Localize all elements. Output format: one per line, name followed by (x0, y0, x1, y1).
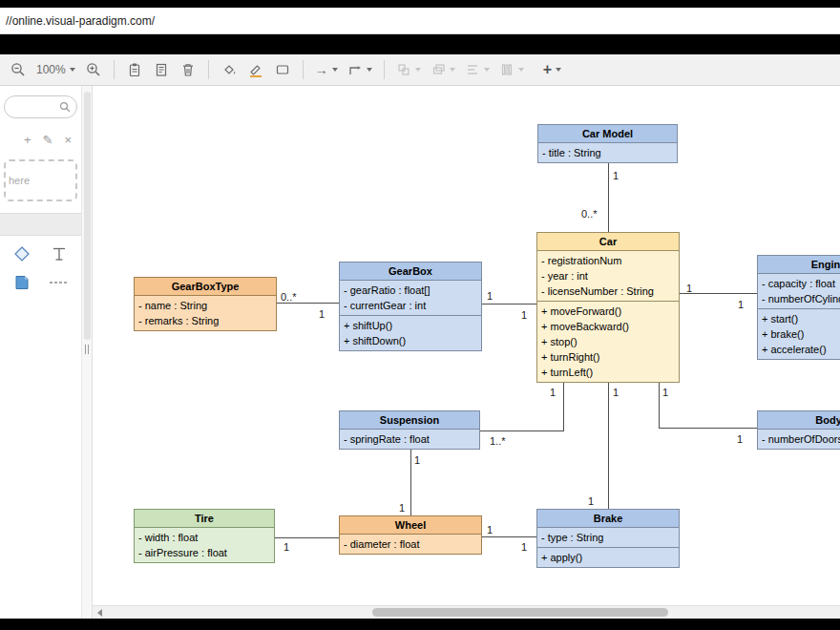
multiplicity-label: 1 (521, 309, 527, 321)
diagram-canvas[interactable]: Car Model- title : StringCar- registrati… (93, 86, 840, 619)
multiplicity-label: 1 (613, 170, 619, 181)
methods-section: + start()+ brake()+ accelerate() (758, 308, 840, 359)
toolbar-separator (208, 60, 209, 79)
align-dropdown[interactable] (461, 57, 494, 82)
class-suspension[interactable]: Suspension- springRate : float (339, 410, 480, 450)
lifeline-icon (51, 245, 68, 262)
scroll-left-arrow[interactable] (93, 606, 106, 619)
multiplicity-label: 1 (487, 524, 493, 536)
attributes-section: - type : String (537, 528, 679, 547)
dropzone-label: here (9, 175, 30, 186)
arrow-style-dropdown[interactable]: → (311, 57, 342, 82)
plus-icon: + (543, 62, 552, 77)
horizontal-scrollbar[interactable] (93, 605, 840, 619)
attributes-section: - gearRatio : float[]- currentGear : int (340, 281, 481, 315)
attributes-section: - springRate : float (340, 430, 479, 449)
method: + turnRight() (537, 349, 679, 365)
class-gearbox[interactable]: GearBox- gearRatio : float[]- currentGea… (339, 262, 482, 351)
left-triangle-icon (97, 609, 102, 617)
diamond-shape-button[interactable] (13, 245, 31, 266)
delete-button[interactable] (176, 57, 200, 82)
attribute: - year : int (537, 268, 679, 284)
distribute-icon (499, 62, 514, 77)
class-name: Tire (135, 510, 274, 528)
add-shape-dropdown[interactable]: + (539, 57, 565, 82)
magnifier-plus-icon (86, 62, 101, 77)
distribute-dropdown[interactable] (495, 57, 528, 82)
panel-resize-handle[interactable] (85, 345, 89, 354)
multiplicity-label: 1 (588, 495, 594, 507)
multiplicity-label: 1 (414, 454, 420, 466)
class-tire[interactable]: Tire- width : float- airPressure : float (134, 509, 275, 563)
lifeline-shape-button[interactable] (51, 245, 68, 266)
line-color-button[interactable] (243, 57, 268, 82)
class-gearboxtype[interactable]: GearBoxType- name : String- remarks : St… (134, 277, 277, 331)
chevron-down-icon (367, 68, 372, 72)
method: + apply() (537, 550, 679, 565)
attribute: - gearRatio : float[] (340, 283, 481, 298)
attribute: - airPressure : float (135, 545, 274, 560)
shape-style-button[interactable] (270, 57, 295, 82)
multiplicity-label: 1 (550, 387, 556, 398)
shape-outline-icon (275, 62, 290, 77)
class-body[interactable]: Body- numberOfDoors : int (757, 410, 840, 450)
attributes-section: - capacity : float- numberOfCylinders : … (758, 274, 840, 308)
class-car[interactable]: Car- registrationNum- year : int- licens… (536, 232, 680, 383)
zoom-level-dropdown[interactable]: 100% (32, 57, 79, 82)
format-copier-button[interactable] (149, 57, 174, 82)
address-bar[interactable]: //online.visual-paradigm.com/ (0, 8, 840, 34)
attribute: - name : String (135, 298, 276, 313)
dashed-line-icon (49, 274, 70, 291)
chevron-down-icon (415, 68, 421, 72)
drag-drop-zone[interactable]: here (4, 159, 77, 201)
attribute: - springRate : float (340, 431, 479, 447)
connector-style-dropdown[interactable] (344, 57, 376, 82)
magnifier-minus-icon (10, 62, 26, 77)
class-name: GearBox (340, 262, 481, 281)
bring-forward-dropdown[interactable] (427, 57, 459, 82)
zoom-in-button[interactable] (81, 57, 106, 82)
clipboard-icon (127, 62, 142, 77)
methods-section: + shiftUp()+ shiftDown() (340, 315, 481, 350)
class-brake[interactable]: Brake- type : String+ apply() (536, 509, 680, 568)
pen-icon (248, 62, 263, 77)
multiplicity-label: 1 (737, 433, 743, 445)
note-shape-button[interactable] (13, 274, 31, 295)
fill-color-button[interactable] (217, 57, 242, 82)
attributes-section: - name : String- remarks : String (135, 296, 276, 330)
class-car-model[interactable]: Car Model- title : String (537, 124, 678, 163)
method: + shiftUp() (340, 318, 481, 333)
shape-search-box[interactable] (4, 95, 77, 118)
search-input[interactable] (10, 101, 59, 113)
paste-button[interactable] (122, 57, 147, 82)
group-dropdown[interactable] (392, 57, 425, 82)
class-wheel[interactable]: Wheel- diameter : float (339, 515, 482, 555)
add-button[interactable]: + (24, 134, 32, 146)
class-name: Body (758, 411, 840, 430)
attribute: - remarks : String (135, 313, 276, 328)
attribute: - width : float (135, 530, 274, 545)
method: + start() (758, 311, 840, 326)
chevron-down-icon (556, 68, 561, 72)
panel-scrollbar-thumb[interactable] (84, 92, 91, 340)
bottom-black-bar (0, 619, 840, 630)
horizontal-scrollbar-thumb[interactable] (372, 608, 668, 617)
panel-section-divider (0, 213, 81, 236)
edit-icon[interactable]: ✎ (43, 134, 53, 146)
zoom-out-button[interactable] (6, 57, 31, 82)
multiplicity-label: 1 (284, 541, 289, 553)
attributes-section: - width : float- airPressure : float (135, 528, 274, 562)
arrow-right-icon: → (315, 63, 328, 76)
close-icon[interactable]: × (64, 134, 72, 146)
class-name: Engine (758, 256, 840, 274)
panel-scrollbar[interactable] (81, 86, 93, 619)
dashed-line-button[interactable] (49, 274, 70, 295)
multiplicity-label: 1 (487, 290, 493, 302)
method: + brake() (758, 326, 840, 342)
document-icon (154, 62, 169, 77)
attribute: - licenseNumber : String (537, 284, 679, 299)
attribute: - diameter : float (340, 536, 481, 552)
multiplicity-label: 1 (613, 387, 619, 398)
attributes-section: - diameter : float (340, 535, 481, 554)
class-engine[interactable]: Engine- capacity : float- numberOfCylind… (757, 255, 840, 360)
